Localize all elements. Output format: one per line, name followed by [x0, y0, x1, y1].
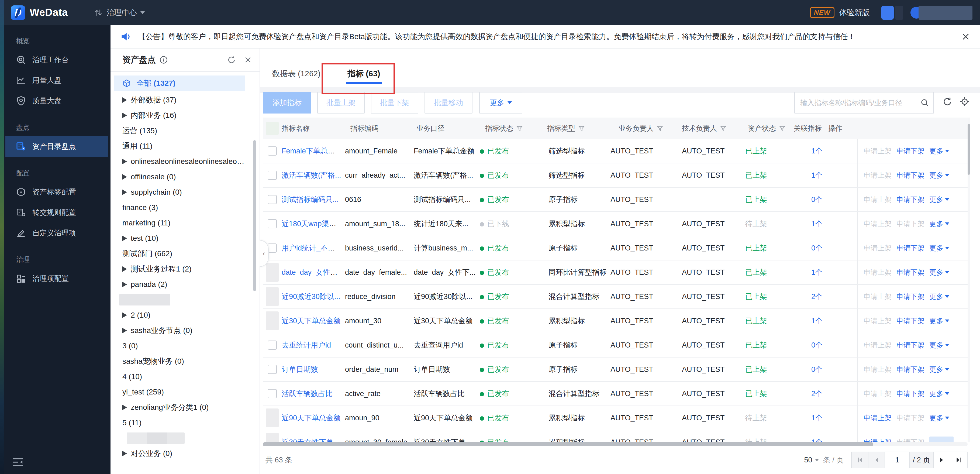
related-metrics-link[interactable]: 1个: [811, 220, 822, 228]
apply-unpublish-link[interactable]: 申请下架: [896, 171, 924, 180]
related-metrics-link[interactable]: 1个: [811, 438, 822, 442]
row-checkbox[interactable]: [266, 433, 279, 442]
related-metrics-link[interactable]: 0个: [811, 244, 822, 252]
related-metrics-link[interactable]: 1个: [811, 414, 822, 422]
apply-unpublish-link[interactable]: 申请下架: [896, 437, 924, 443]
sidebar-item-asset-catalog-inventory[interactable]: 资产目录盘点: [5, 136, 108, 156]
row-more-dropdown[interactable]: 更多: [929, 340, 949, 350]
row-checkbox[interactable]: [268, 171, 277, 180]
related-metrics-link[interactable]: 1个: [811, 268, 822, 276]
add-metric-button[interactable]: 添加指标: [263, 92, 311, 113]
row-more-dropdown[interactable]: 更多: [929, 243, 949, 253]
row-checkbox[interactable]: [268, 243, 277, 253]
page-number-input[interactable]: 1: [885, 452, 910, 468]
gear-icon[interactable]: [960, 97, 969, 107]
sidebar-item-governance-item-config[interactable]: 治理项配置: [0, 268, 110, 289]
tree-item[interactable]: sasha宠物业务 (0): [110, 353, 259, 369]
tree-item[interactable]: marketing (11): [110, 215, 259, 231]
row-more-dropdown[interactable]: 更多: [929, 316, 949, 326]
expand-arrow-icon[interactable]: [123, 190, 127, 195]
related-metrics-link[interactable]: 2个: [811, 389, 822, 398]
metric-name-link[interactable]: 近30天女性下单...: [282, 438, 340, 442]
next-page-button[interactable]: [934, 452, 950, 468]
tree-item[interactable]: 4 (10): [110, 369, 259, 384]
metric-name-link[interactable]: date_day_女性下...: [282, 268, 344, 276]
try-new-version-link[interactable]: 体验新版: [839, 8, 870, 18]
apply-unpublish-link[interactable]: 申请下架: [896, 292, 924, 302]
tree-item-all[interactable]: 全部 (1327): [114, 75, 245, 91]
apply-publish-link[interactable]: 申请上架: [864, 292, 892, 302]
vertical-scrollbar[interactable]: [967, 118, 970, 442]
apply-publish-link[interactable]: 申请上架: [864, 195, 892, 204]
funnel-icon[interactable]: [578, 125, 585, 132]
row-checkbox[interactable]: [268, 195, 277, 204]
metric-name-link[interactable]: 近30天下单总金额: [282, 317, 341, 325]
expand-arrow-icon[interactable]: [123, 313, 127, 318]
row-more-dropdown[interactable]: 更多: [929, 437, 954, 443]
sidebar-item-quality-dashboard[interactable]: 质量大盘: [0, 91, 110, 111]
tree-item[interactable]: 测试部门 (662): [110, 246, 259, 261]
row-checkbox[interactable]: [266, 287, 279, 306]
row-more-dropdown[interactable]: 更多: [929, 171, 949, 180]
expand-arrow-icon[interactable]: [123, 159, 127, 164]
tab-metrics[interactable]: 指标 (63): [347, 68, 380, 86]
row-checkbox[interactable]: [268, 219, 277, 228]
tree-item[interactable]: 运营 (135): [110, 123, 259, 138]
funnel-icon[interactable]: [656, 125, 663, 132]
expand-arrow-icon[interactable]: [123, 236, 127, 241]
sidebar-item-usage-dashboard[interactable]: 用量大盘: [0, 70, 110, 91]
metric-name-link[interactable]: 近90减近30除以...: [282, 292, 340, 301]
row-checkbox[interactable]: [266, 409, 279, 427]
apply-publish-link[interactable]: 申请上架: [864, 437, 892, 443]
expand-arrow-icon[interactable]: [123, 282, 127, 287]
apply-unpublish-link[interactable]: 申请下架: [896, 316, 924, 326]
tree-item[interactable]: 对公业务 (0): [110, 446, 259, 461]
row-checkbox[interactable]: [268, 340, 277, 350]
metric-name-link[interactable]: 用户id统计_不去重: [282, 244, 342, 252]
metric-name-link[interactable]: 近90天下单总金额: [282, 414, 341, 422]
sidebar-collapse-button[interactable]: [12, 457, 24, 468]
refresh-icon[interactable]: [943, 97, 952, 107]
last-page-button[interactable]: [950, 452, 967, 468]
metric-name-link[interactable]: 去重统计用户id: [282, 341, 331, 349]
funnel-icon[interactable]: [516, 125, 523, 132]
tree-item[interactable]: [110, 430, 259, 446]
expand-arrow-icon[interactable]: [123, 405, 127, 410]
expand-arrow-icon[interactable]: [123, 451, 127, 456]
apply-unpublish-link[interactable]: 申请下架: [896, 365, 924, 374]
tree-item[interactable]: 内部业务 (16): [110, 108, 259, 123]
row-checkbox[interactable]: [268, 147, 277, 156]
metric-name-link[interactable]: 近180天wap渠道...: [282, 220, 342, 228]
sidebar-item-governance-workbench[interactable]: 治理工作台: [0, 49, 110, 70]
tree-scrollbar[interactable]: [253, 140, 256, 291]
row-more-dropdown[interactable]: 更多: [929, 219, 949, 229]
horizontal-scrollbar[interactable]: [263, 442, 967, 446]
tab-data-tables[interactable]: 数据表 (1262): [272, 69, 320, 86]
more-button[interactable]: 更多: [479, 92, 522, 113]
apply-unpublish-link[interactable]: 申请下架: [896, 268, 924, 277]
expand-arrow-icon[interactable]: [123, 113, 127, 118]
expand-arrow-icon[interactable]: [123, 328, 127, 333]
funnel-icon[interactable]: [779, 125, 786, 132]
apply-publish-link[interactable]: 申请上架: [864, 316, 892, 326]
expand-arrow-icon[interactable]: [123, 267, 127, 272]
apply-publish-link[interactable]: 申请上架: [864, 389, 892, 399]
related-metrics-link[interactable]: 2个: [811, 292, 822, 301]
metric-name-link[interactable]: 活跃车辆数占比: [282, 389, 332, 398]
search-box[interactable]: [794, 92, 934, 113]
apply-publish-link[interactable]: 申请上架: [864, 340, 892, 350]
apply-unpublish-link[interactable]: 申请下架: [896, 147, 924, 156]
metric-name-link[interactable]: Female下单总金额: [282, 147, 342, 155]
nav-governance-center[interactable]: 治理中心: [94, 8, 145, 18]
horizontal-scrollbar-thumb[interactable]: [263, 442, 873, 446]
tree-item[interactable]: 3 (0): [110, 338, 259, 353]
row-checkbox[interactable]: [268, 365, 277, 374]
tree-item[interactable]: [110, 292, 259, 307]
row-checkbox[interactable]: [268, 389, 277, 398]
sidebar-item-asset-tag-config[interactable]: 资产标签配置: [0, 182, 110, 202]
apply-unpublish-link[interactable]: 申请下架: [896, 219, 924, 229]
sidebar-item-custom-governance-item[interactable]: 自定义治理项: [0, 223, 110, 243]
apply-unpublish-link[interactable]: 申请下架: [896, 243, 924, 253]
related-metrics-link[interactable]: 1个: [811, 171, 822, 179]
vertical-scrollbar-thumb[interactable]: [967, 124, 970, 175]
